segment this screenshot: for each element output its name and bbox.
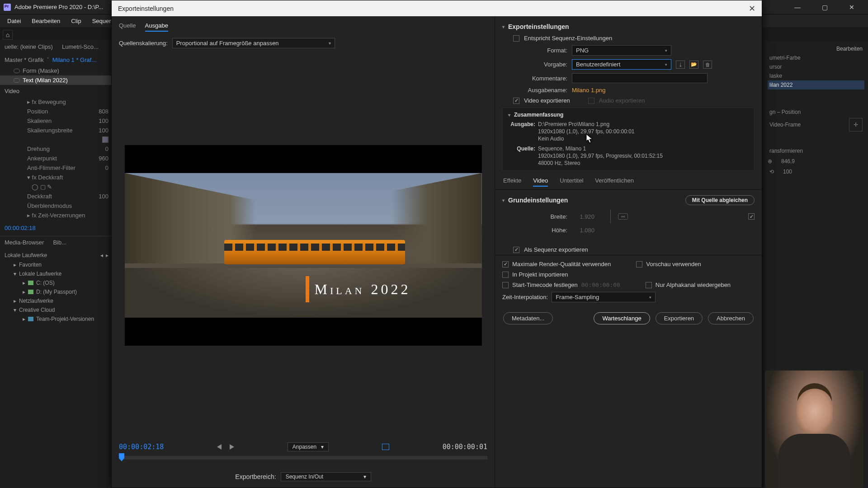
eg-transform-header: ransformieren	[768, 146, 864, 155]
visibility-toggle-icon[interactable]	[14, 69, 20, 73]
lumetri-scopes-tab[interactable]: Lumetri-Sco...	[62, 43, 99, 50]
prop-antiflicker[interactable]: Anti-Flimmer-Filter	[27, 164, 75, 171]
dialog-close-button[interactable]: ✕	[749, 4, 755, 14]
prop-anchor[interactable]: Ankerpunkt	[27, 155, 57, 162]
video-export-checkbox[interactable]	[513, 98, 519, 104]
comments-input[interactable]	[572, 73, 708, 83]
metadata-button[interactable]: Metadaten...	[503, 312, 553, 324]
preset-dropdown[interactable]: Benutzerdefiniert▾	[572, 59, 671, 70]
eg-pos-x[interactable]: 846,9	[781, 158, 795, 164]
window-maximize-button[interactable]: ▢	[816, 1, 834, 13]
output-name-link[interactable]: Milano 1.png	[572, 87, 605, 94]
prop-motion[interactable]: Bewegung	[38, 99, 66, 105]
import-preset-icon[interactable]: 📂	[689, 61, 698, 69]
alpha-only-checkbox[interactable]	[646, 282, 652, 288]
tab-video[interactable]: Video	[533, 177, 548, 187]
eg-milan-row[interactable]: lilan 2022	[768, 80, 864, 89]
effect-timecode[interactable]: 00:00:02:18	[0, 220, 113, 236]
set-start-timecode-label: Start-Timecode festlegen	[512, 282, 578, 288]
cancel-button[interactable]: Abbrechen	[708, 312, 754, 324]
layer-text[interactable]: Text (Milan 2022)	[23, 77, 108, 84]
app-icon	[4, 4, 11, 11]
uniform-scale-checkbox[interactable]	[102, 136, 108, 143]
aspect-ratio-icon[interactable]	[382, 444, 389, 450]
tab-publish[interactable]: Veröffentlichen	[595, 177, 634, 187]
mouse-cursor-icon	[586, 134, 592, 143]
window-minimize-button[interactable]: ―	[788, 1, 807, 13]
window-close-button[interactable]: ✕	[843, 1, 861, 13]
height-value[interactable]: 1.080	[572, 227, 594, 234]
team-projects-node[interactable]: ▸ Team-Projekt-Versionen	[5, 314, 108, 324]
prop-scale[interactable]: Skalieren	[27, 117, 52, 124]
step-forward-button[interactable]	[230, 444, 234, 450]
visibility-toggle-icon[interactable]	[14, 78, 20, 83]
prop-blendmode[interactable]: Überblendmodus	[27, 202, 72, 209]
zoom-fit-dropdown[interactable]: Anpassen▾	[288, 442, 329, 451]
eg-cursor-row[interactable]: ursor	[768, 62, 864, 71]
width-value[interactable]: 1.920	[572, 213, 594, 220]
prop-opacity-group[interactable]: Deckkraft	[38, 174, 63, 181]
tab-output[interactable]: Ausgabe	[145, 20, 168, 32]
eg-mask-row[interactable]: laske	[768, 71, 864, 80]
eg-video-frame-dd[interactable]: Video-Frame	[769, 122, 801, 128]
align-widget-icon[interactable]: ✛	[849, 118, 863, 131]
favorites-node[interactable]: ▸ Favoriten	[5, 260, 108, 269]
drive-c[interactable]: ▸ C: (OS)	[5, 278, 108, 287]
creative-cloud-node[interactable]: ▾ Creative Cloud	[5, 305, 108, 314]
layer-form[interactable]: Form (Maske)	[23, 67, 108, 74]
prop-time-remap[interactable]: Zeit-Verzerrungen	[38, 212, 85, 219]
network-drives-node[interactable]: ▸ Netzlaufwerke	[5, 296, 108, 305]
eg-scale[interactable]: 100	[783, 169, 792, 175]
eg-lumetri-row[interactable]: umetri-Farbe	[768, 53, 864, 62]
delete-preset-icon[interactable]: 🗑	[703, 61, 712, 69]
preview-scrub-bar[interactable]	[112, 456, 495, 469]
menu-edit[interactable]: Bearbeiten	[27, 16, 65, 26]
home-icon[interactable]: ⌂	[3, 30, 13, 40]
link-dimensions-icon[interactable]: ⚯	[618, 213, 628, 220]
step-back-button[interactable]	[217, 444, 222, 450]
eg-tab-edit[interactable]: Bearbeiten	[768, 44, 864, 53]
format-dropdown[interactable]: PNG▾	[572, 45, 671, 56]
tab-effects[interactable]: Effekte	[503, 177, 521, 187]
alpha-only-label: Nur Alphakanal wiedergeben	[656, 282, 731, 288]
menu-clip[interactable]: Clip	[66, 16, 85, 26]
nav-fwd-icon[interactable]: ▸	[106, 252, 108, 258]
tab-source[interactable]: Quelle	[119, 20, 136, 32]
import-into-project-checkbox[interactable]	[502, 272, 509, 278]
playhead-icon[interactable]	[119, 453, 124, 461]
save-preset-icon[interactable]: ⭳	[676, 61, 685, 69]
source-tab[interactable]: uelle: (keine Clips)	[5, 43, 53, 50]
sequence-clip-link[interactable]: Milano 1 * Graf...	[52, 56, 97, 63]
local-drives-node[interactable]: ▾ Lokale Laufwerke	[5, 269, 108, 278]
tab-captions[interactable]: Untertitel	[560, 177, 583, 187]
prop-rotation[interactable]: Drehung	[27, 145, 50, 152]
export-button[interactable]: Exportieren	[656, 312, 703, 324]
match-sequence-checkbox[interactable]	[513, 35, 519, 42]
prop-position[interactable]: Position	[27, 108, 48, 115]
preview-timecode-left[interactable]: 00:00:02:18	[119, 443, 164, 451]
drive-d[interactable]: ▸ D: (My Passport)	[5, 287, 108, 296]
audio-export-checkbox	[588, 98, 594, 104]
summary-header: Zusammenfassung	[514, 112, 563, 118]
match-source-button[interactable]: Mit Quelle abgleichen	[685, 195, 755, 205]
set-start-timecode-checkbox[interactable]	[502, 282, 509, 288]
max-render-quality-checkbox[interactable]	[502, 261, 509, 267]
time-interp-dropdown[interactable]: Frame-Sampling▾	[552, 292, 656, 302]
queue-button[interactable]: Warteschlange	[594, 312, 650, 324]
summary-panel: ▾Zusammenfassung Ausgabe:D:\Premiere Pro…	[502, 108, 755, 171]
export-range-dropdown[interactable]: Sequenz In/Out▾	[281, 472, 371, 481]
video-export-label: Video exportieren	[524, 97, 570, 104]
libraries-tab[interactable]: Bib...	[53, 239, 66, 246]
use-previews-checkbox[interactable]	[636, 261, 642, 267]
media-browser-tab[interactable]: Media-Browser	[5, 239, 44, 246]
nav-back-icon[interactable]: ◂	[100, 252, 103, 258]
menu-file[interactable]: Datei	[3, 16, 25, 26]
prop-opacity[interactable]: Deckkraft	[27, 193, 52, 200]
export-as-sequence-checkbox[interactable]	[513, 247, 519, 253]
prop-scale-width[interactable]: Skalierungsbreite	[27, 127, 72, 134]
width-match-checkbox[interactable]	[748, 213, 755, 220]
start-timecode-value: 00:00:00:00	[581, 282, 620, 288]
drive-selector[interactable]: Lokale Laufwerke	[5, 252, 47, 258]
import-into-project-label: In Projekt importieren	[512, 271, 568, 278]
source-scaling-dropdown[interactable]: Proportional auf Framegröße anpassen▾	[172, 38, 335, 48]
